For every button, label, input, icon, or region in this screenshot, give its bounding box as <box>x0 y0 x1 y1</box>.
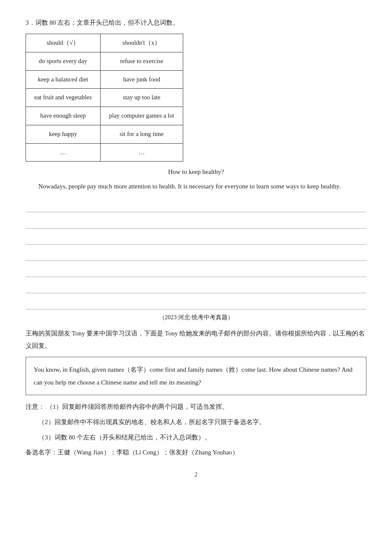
writing-line-7[interactable] <box>26 294 366 309</box>
writing-line-1[interactable] <box>26 197 366 212</box>
candidates-text: 备选名字：王健（Wang Jian）；李聪（Li Cong）；张友好（Zhang… <box>26 446 366 459</box>
should-item-4: have enough sleep <box>26 107 101 125</box>
shouldnt-item-2: have junk food <box>100 70 183 89</box>
shouldnt-item-6: … <box>100 143 183 162</box>
should-item-2: keep a balanced diet <box>26 70 101 89</box>
email-content: You know, in English, given names（名字）com… <box>26 357 366 395</box>
essay-intro: Nowadays, people pay much more attention… <box>26 180 366 193</box>
context-text: 王梅的英国朋友 Tony 要来中国学习汉语，下面是 Tony 给她发来的电子邮件… <box>26 327 366 352</box>
notes-item-2: （2）回复邮件中不得出现真实的地名、校名和人名，所起名字只限于备选名字。 <box>38 419 265 425</box>
table-row: keep happy sit for a long time <box>26 125 183 143</box>
source-text: （2023·河北·统考中考真题） <box>26 314 366 321</box>
essay-title: How to keep healthy? <box>26 168 366 176</box>
table-row: have enough sleep play computer games a … <box>26 107 183 125</box>
table-row: eat fruit and vegetables stay up too lat… <box>26 89 183 107</box>
notes-item-2-wrap: （2）回复邮件中不得出现真实的地名、校名和人名，所起名字只限于备选名字。 <box>26 416 366 428</box>
shouldnt-item-1: refuse to exercise <box>100 52 183 70</box>
table-header-should: should（√） <box>26 34 101 52</box>
should-item-1: do sports every day <box>26 52 101 70</box>
notes-item-3-wrap: （3）词数 80 个左右（开头和结尾已给出，不计入总词数）。 <box>26 431 366 444</box>
table-row: keep a balanced diet have junk food <box>26 70 183 89</box>
table-header-shouldnt: shouldn't（x） <box>100 34 183 52</box>
notes-section: 注意： （1）回复邮件须回答所给邮件内容中的两个问题，可适当发挥。 <box>26 400 366 413</box>
shouldnt-item-4: play computer games a lot <box>100 107 183 125</box>
table-row: … … <box>26 143 183 162</box>
page-number: 2 <box>26 471 366 478</box>
writing-line-6[interactable] <box>26 278 366 293</box>
notes-label: 注意： <box>26 403 45 410</box>
writing-line-3[interactable] <box>26 229 366 245</box>
instruction-text: 3．词数 80 左右；文章开头已给出，但不计入总词数。 <box>26 17 366 29</box>
email-body: You know, in English, given names（名字）com… <box>34 366 352 386</box>
writing-line-2[interactable] <box>26 213 366 228</box>
health-table: should（√） shouldn't（x） do sports every d… <box>26 34 183 162</box>
notes-item-1: （1）回复邮件须回答所给邮件内容中的两个问题，可适当发挥。 <box>46 403 229 410</box>
writing-line-4[interactable] <box>26 246 366 261</box>
writing-lines <box>26 197 366 309</box>
writing-line-5[interactable] <box>26 262 366 277</box>
shouldnt-item-3: stay up too late <box>100 89 183 107</box>
should-item-3: eat fruit and vegetables <box>26 89 101 107</box>
shouldnt-item-5: sit for a long time <box>100 125 183 143</box>
table-row: do sports every day refuse to exercise <box>26 52 183 70</box>
notes-item-3: （3）词数 80 个左右（开头和结尾已给出，不计入总词数）。 <box>38 434 211 441</box>
should-item-5: keep happy <box>26 125 101 143</box>
should-item-6: … <box>26 143 101 162</box>
